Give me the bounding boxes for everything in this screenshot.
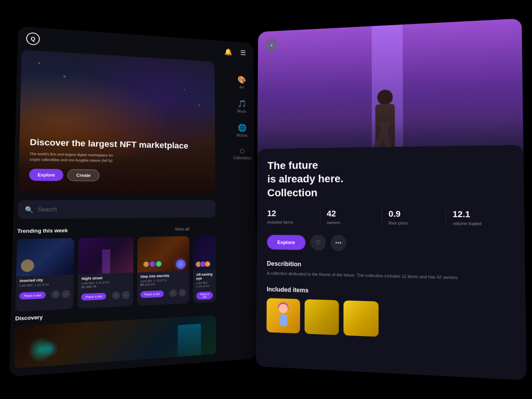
stat-owners: 42 owners <box>321 209 383 226</box>
avatar-stack <box>140 261 165 269</box>
card-bid: Last Bid: 1.26 ETH <box>196 281 213 289</box>
nft-card-inverted-city: Inverted city Last Bid: 1.22 ETH Place a… <box>15 238 75 311</box>
search-bar[interactable]: 🔍 Search <box>18 200 216 219</box>
nft-card-night-street: Night street Last Bid: 1.44 ETH $1,952.7… <box>78 237 133 309</box>
place-bid-button[interactable]: Place a bid <box>81 292 106 301</box>
card-footer: Place a bid ♡ ··· <box>137 287 190 302</box>
music-label: Music <box>237 109 247 114</box>
sidebar-item-collectibles[interactable]: ⬡ Collectibles <box>230 142 255 165</box>
search-placeholder: Search <box>38 206 57 213</box>
place-bid-button[interactable]: Place a bid <box>19 291 46 299</box>
hero-banner: Discover the largest NFT marketplace The… <box>18 50 215 194</box>
place-bid-button[interactable]: Place a bid <box>140 290 164 298</box>
card-actions: ♡ ··· <box>51 290 70 299</box>
card-footer: Place a bid <box>193 290 216 303</box>
particle <box>63 75 66 78</box>
collection-explore-button[interactable]: Explore <box>267 235 305 250</box>
thumb-graphic <box>16 238 75 276</box>
collectibles-label: Collectibles <box>233 156 252 160</box>
avatar <box>156 261 162 267</box>
stat-value: 12 <box>267 209 315 219</box>
card-footer: Place a bid ♡ ··· <box>78 289 133 305</box>
art-icon: 🎨 <box>237 75 246 84</box>
avatar <box>143 261 149 268</box>
back-chevron-icon: ‹ <box>271 42 273 48</box>
anime-figure <box>274 302 292 329</box>
card-footer: Place a bid ♡ ··· <box>15 288 74 303</box>
hero-content: Discover the largest NFT marketplace The… <box>29 137 188 182</box>
art-label: Art <box>239 85 244 90</box>
card-info: Step into eternity Last Bid: 1.70 ETH $6… <box>137 271 189 289</box>
thumb-detail <box>102 250 110 274</box>
nft-card-step-eternity: Step into eternity Last Bid: 1.70 ETH $6… <box>137 236 190 306</box>
heart-icon[interactable]: ♡ <box>169 289 177 297</box>
avatar <box>149 261 155 267</box>
stat-value: 0.9 <box>388 209 440 219</box>
sidebar-item-art[interactable]: 🎨 Art <box>229 70 254 95</box>
right-panel: ‹ <box>256 19 527 380</box>
hero-create-button[interactable]: Create <box>68 169 99 181</box>
item-thumbnail-2 <box>305 299 339 335</box>
included-item-1[interactable] <box>266 298 300 333</box>
top-bar: 🔔 ☰ <box>223 47 248 58</box>
card-info: All-seeing eye Last Bid: 1.26 ETH <box>193 270 216 291</box>
stat-label: floor price <box>388 221 408 225</box>
hero-explore-button[interactable]: Explore <box>29 169 64 181</box>
description-text: A collection dedicated to the theme of t… <box>267 270 513 283</box>
back-button[interactable]: ‹ <box>265 38 278 52</box>
description-section: Describition A collection dedicated to t… <box>267 260 513 283</box>
card-thumb-step <box>137 236 189 272</box>
collectibles-icon: ⬡ <box>240 148 245 155</box>
more-icon[interactable]: ··· <box>122 291 130 299</box>
trending-title: Trending this week <box>17 228 68 234</box>
action-row: Explore ♡ ••• <box>267 234 513 254</box>
card-thumb-eye <box>193 236 216 270</box>
included-items-row <box>266 298 514 342</box>
logo-mark: Q <box>26 32 40 45</box>
music-icon: 🎵 <box>237 99 246 108</box>
stat-floor-price: 0.9 floor price <box>382 209 446 226</box>
card-info: Inverted city Last Bid: 1.22 ETH <box>16 275 74 290</box>
included-item-2[interactable] <box>305 299 339 335</box>
card-thumb-night <box>78 237 134 274</box>
anime-head <box>279 304 288 313</box>
nft-card-all-seeing-eye: All-seeing eye Last Bid: 1.26 ETH Place … <box>193 236 216 303</box>
collection-title: The future is already here. Collection <box>267 156 512 200</box>
more-action-button[interactable]: ••• <box>330 235 347 251</box>
trending-section: Trending this week View all Inverted cit… <box>15 226 216 312</box>
sidebar-item-music[interactable]: 🎵 Music <box>229 94 254 119</box>
stat-value: 42 <box>327 209 376 219</box>
card-thumb-inverted <box>16 238 75 276</box>
included-items-title: Included items <box>267 286 513 300</box>
discovery-thumbnail <box>14 315 216 368</box>
item-thumbnail-3 <box>344 300 379 336</box>
worlds-label: Worlds <box>237 133 248 138</box>
thumb-detail <box>21 259 34 272</box>
notification-icon[interactable]: 🔔 <box>223 47 233 57</box>
more-icon[interactable]: ··· <box>62 290 70 298</box>
card-info: Night street Last Bid: 1.44 ETH $1,952.7… <box>78 273 133 292</box>
hero-buttons: Explore Create <box>29 169 188 182</box>
figure-head <box>377 90 393 105</box>
avatar <box>205 261 211 267</box>
description-title: Describition <box>267 260 513 272</box>
heart-icon[interactable]: ♡ <box>51 290 60 299</box>
card-actions: ♡ ··· <box>169 289 186 297</box>
stat-volume: 12.1 volume traded <box>446 209 512 227</box>
anime-body <box>280 314 287 326</box>
heart-action-button[interactable]: ♡ <box>310 234 326 251</box>
sidebar-item-worlds[interactable]: 🌐 Worlds <box>229 118 254 143</box>
thumb-graphic <box>137 236 189 272</box>
collection-card: The future is already here. Collection 1… <box>256 145 527 380</box>
stat-value: 12.1 <box>452 209 506 220</box>
discovery-section: Discovery <box>14 306 216 368</box>
menu-icon[interactable]: ☰ <box>238 48 248 58</box>
left-panel: Q 🔔 ☰ 🎨 Art 🎵 Music 🌐 Worlds ⬡ C <box>9 26 257 377</box>
stat-label: included items <box>267 220 293 224</box>
logo: Q <box>26 32 41 47</box>
heart-icon[interactable]: ♡ <box>112 291 120 300</box>
included-item-3[interactable] <box>344 300 379 336</box>
more-icon[interactable]: ··· <box>179 289 186 297</box>
view-all-link[interactable]: View all <box>175 226 189 231</box>
place-bid-button[interactable]: Place a bid <box>196 291 213 300</box>
